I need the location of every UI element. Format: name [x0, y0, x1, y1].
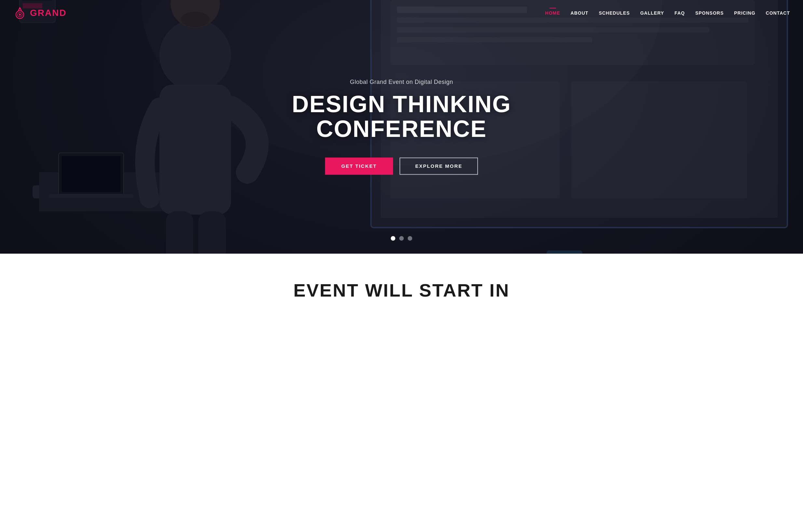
nav-link-home[interactable]: HOME: [545, 11, 560, 16]
nav-link-about[interactable]: ABOUT: [571, 11, 589, 16]
explore-more-button[interactable]: EXPLORE MORE: [399, 158, 478, 175]
nav-item-faq[interactable]: FAQ: [674, 10, 685, 16]
nav-item-sponsors[interactable]: SPONSORS: [695, 10, 724, 16]
navbar: GRAND HOME ABOUT SCHEDULES GALLERY FAQ S…: [0, 0, 803, 26]
nav-link-contact[interactable]: CONTACT: [766, 11, 790, 16]
nav-item-home[interactable]: HOME: [545, 10, 560, 16]
hero-buttons: GET TICKET EXPLORE MORE: [255, 158, 548, 175]
below-hero-section: EVENT WILL START IN: [0, 254, 803, 314]
slider-dot-1[interactable]: [391, 236, 395, 241]
hero-subtitle: Global Grand Event on Digital Design: [255, 79, 548, 86]
nav-links: HOME ABOUT SCHEDULES GALLERY FAQ SPONSOR…: [545, 10, 790, 16]
nav-link-sponsors[interactable]: SPONSORS: [695, 11, 724, 16]
nav-item-contact[interactable]: CONTACT: [766, 10, 790, 16]
nav-link-gallery[interactable]: GALLERY: [640, 11, 664, 16]
nav-item-pricing[interactable]: PRICING: [734, 10, 755, 16]
event-start-title: EVENT WILL START IN: [13, 280, 790, 301]
nav-item-about[interactable]: ABOUT: [571, 10, 589, 16]
slider-dots: [391, 236, 412, 241]
nav-link-schedules[interactable]: SCHEDULES: [599, 11, 630, 16]
nav-item-schedules[interactable]: SCHEDULES: [599, 10, 630, 16]
nav-link-pricing[interactable]: PRICING: [734, 11, 755, 16]
slider-dot-2[interactable]: [399, 236, 404, 241]
hero-title: DESIGN THINKING CONFERENCE: [255, 92, 548, 141]
hero-section: Global Grand Event on Digital Design DES…: [0, 0, 803, 254]
slider-dot-3[interactable]: [408, 236, 412, 241]
hero-content: Global Grand Event on Digital Design DES…: [255, 79, 548, 175]
medal-icon: [13, 6, 27, 20]
logo[interactable]: GRAND: [13, 6, 67, 20]
get-ticket-button[interactable]: GET TICKET: [325, 158, 393, 175]
nav-item-gallery[interactable]: GALLERY: [640, 10, 664, 16]
nav-link-faq[interactable]: FAQ: [674, 11, 685, 16]
svg-point-2: [19, 14, 21, 16]
logo-text: GRAND: [30, 8, 67, 18]
